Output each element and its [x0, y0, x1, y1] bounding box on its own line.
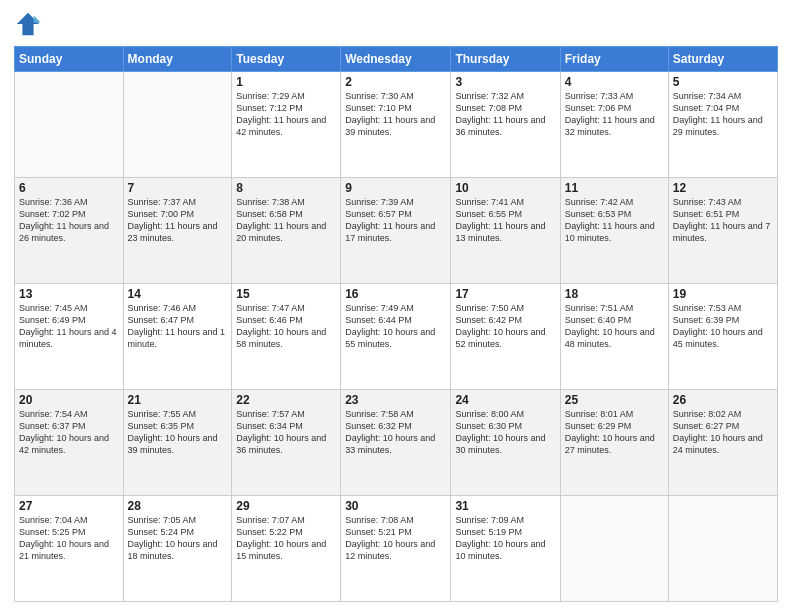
calendar-cell: 22Sunrise: 7:57 AM Sunset: 6:34 PM Dayli… [232, 390, 341, 496]
day-info: Sunrise: 7:36 AM Sunset: 7:02 PM Dayligh… [19, 196, 119, 245]
calendar-cell: 14Sunrise: 7:46 AM Sunset: 6:47 PM Dayli… [123, 284, 232, 390]
day-info: Sunrise: 8:02 AM Sunset: 6:27 PM Dayligh… [673, 408, 773, 457]
day-number: 29 [236, 499, 336, 513]
day-info: Sunrise: 7:42 AM Sunset: 6:53 PM Dayligh… [565, 196, 664, 245]
calendar-cell: 13Sunrise: 7:45 AM Sunset: 6:49 PM Dayli… [15, 284, 124, 390]
calendar-cell [668, 496, 777, 602]
day-info: Sunrise: 7:57 AM Sunset: 6:34 PM Dayligh… [236, 408, 336, 457]
day-number: 2 [345, 75, 446, 89]
day-number: 1 [236, 75, 336, 89]
day-number: 24 [455, 393, 555, 407]
weekday-header-row: SundayMondayTuesdayWednesdayThursdayFrid… [15, 47, 778, 72]
day-info: Sunrise: 7:58 AM Sunset: 6:32 PM Dayligh… [345, 408, 446, 457]
day-number: 5 [673, 75, 773, 89]
day-info: Sunrise: 7:46 AM Sunset: 6:47 PM Dayligh… [128, 302, 228, 351]
calendar-cell: 6Sunrise: 7:36 AM Sunset: 7:02 PM Daylig… [15, 178, 124, 284]
calendar-cell: 3Sunrise: 7:32 AM Sunset: 7:08 PM Daylig… [451, 72, 560, 178]
day-number: 3 [455, 75, 555, 89]
day-number: 11 [565, 181, 664, 195]
day-number: 17 [455, 287, 555, 301]
calendar-cell: 23Sunrise: 7:58 AM Sunset: 6:32 PM Dayli… [341, 390, 451, 496]
calendar-cell: 15Sunrise: 7:47 AM Sunset: 6:46 PM Dayli… [232, 284, 341, 390]
day-info: Sunrise: 8:00 AM Sunset: 6:30 PM Dayligh… [455, 408, 555, 457]
calendar-week-4: 20Sunrise: 7:54 AM Sunset: 6:37 PM Dayli… [15, 390, 778, 496]
day-number: 10 [455, 181, 555, 195]
calendar-week-1: 1Sunrise: 7:29 AM Sunset: 7:12 PM Daylig… [15, 72, 778, 178]
calendar-cell: 2Sunrise: 7:30 AM Sunset: 7:10 PM Daylig… [341, 72, 451, 178]
day-info: Sunrise: 7:07 AM Sunset: 5:22 PM Dayligh… [236, 514, 336, 563]
day-info: Sunrise: 7:04 AM Sunset: 5:25 PM Dayligh… [19, 514, 119, 563]
calendar-cell: 7Sunrise: 7:37 AM Sunset: 7:00 PM Daylig… [123, 178, 232, 284]
day-number: 30 [345, 499, 446, 513]
day-info: Sunrise: 8:01 AM Sunset: 6:29 PM Dayligh… [565, 408, 664, 457]
calendar-cell: 12Sunrise: 7:43 AM Sunset: 6:51 PM Dayli… [668, 178, 777, 284]
calendar-cell: 20Sunrise: 7:54 AM Sunset: 6:37 PM Dayli… [15, 390, 124, 496]
calendar-cell: 24Sunrise: 8:00 AM Sunset: 6:30 PM Dayli… [451, 390, 560, 496]
weekday-header-sunday: Sunday [15, 47, 124, 72]
day-info: Sunrise: 7:49 AM Sunset: 6:44 PM Dayligh… [345, 302, 446, 351]
day-info: Sunrise: 7:37 AM Sunset: 7:00 PM Dayligh… [128, 196, 228, 245]
day-info: Sunrise: 7:29 AM Sunset: 7:12 PM Dayligh… [236, 90, 336, 139]
calendar-week-5: 27Sunrise: 7:04 AM Sunset: 5:25 PM Dayli… [15, 496, 778, 602]
day-number: 22 [236, 393, 336, 407]
day-number: 16 [345, 287, 446, 301]
calendar-week-2: 6Sunrise: 7:36 AM Sunset: 7:02 PM Daylig… [15, 178, 778, 284]
calendar-cell: 31Sunrise: 7:09 AM Sunset: 5:19 PM Dayli… [451, 496, 560, 602]
calendar-cell: 30Sunrise: 7:08 AM Sunset: 5:21 PM Dayli… [341, 496, 451, 602]
calendar-cell: 25Sunrise: 8:01 AM Sunset: 6:29 PM Dayli… [560, 390, 668, 496]
day-info: Sunrise: 7:32 AM Sunset: 7:08 PM Dayligh… [455, 90, 555, 139]
day-info: Sunrise: 7:39 AM Sunset: 6:57 PM Dayligh… [345, 196, 446, 245]
calendar-cell: 27Sunrise: 7:04 AM Sunset: 5:25 PM Dayli… [15, 496, 124, 602]
weekday-header-monday: Monday [123, 47, 232, 72]
day-number: 7 [128, 181, 228, 195]
weekday-header-wednesday: Wednesday [341, 47, 451, 72]
day-info: Sunrise: 7:53 AM Sunset: 6:39 PM Dayligh… [673, 302, 773, 351]
day-info: Sunrise: 7:09 AM Sunset: 5:19 PM Dayligh… [455, 514, 555, 563]
weekday-header-saturday: Saturday [668, 47, 777, 72]
logo-icon [14, 10, 42, 38]
day-info: Sunrise: 7:51 AM Sunset: 6:40 PM Dayligh… [565, 302, 664, 351]
day-number: 12 [673, 181, 773, 195]
day-number: 23 [345, 393, 446, 407]
day-info: Sunrise: 7:33 AM Sunset: 7:06 PM Dayligh… [565, 90, 664, 139]
weekday-header-friday: Friday [560, 47, 668, 72]
day-number: 21 [128, 393, 228, 407]
weekday-header-tuesday: Tuesday [232, 47, 341, 72]
calendar-table: SundayMondayTuesdayWednesdayThursdayFrid… [14, 46, 778, 602]
header [14, 10, 778, 38]
day-number: 9 [345, 181, 446, 195]
calendar-cell: 4Sunrise: 7:33 AM Sunset: 7:06 PM Daylig… [560, 72, 668, 178]
calendar-cell: 8Sunrise: 7:38 AM Sunset: 6:58 PM Daylig… [232, 178, 341, 284]
day-info: Sunrise: 7:55 AM Sunset: 6:35 PM Dayligh… [128, 408, 228, 457]
day-info: Sunrise: 7:45 AM Sunset: 6:49 PM Dayligh… [19, 302, 119, 351]
day-number: 31 [455, 499, 555, 513]
day-number: 25 [565, 393, 664, 407]
day-info: Sunrise: 7:50 AM Sunset: 6:42 PM Dayligh… [455, 302, 555, 351]
calendar-cell: 18Sunrise: 7:51 AM Sunset: 6:40 PM Dayli… [560, 284, 668, 390]
day-number: 28 [128, 499, 228, 513]
day-number: 13 [19, 287, 119, 301]
calendar-cell: 5Sunrise: 7:34 AM Sunset: 7:04 PM Daylig… [668, 72, 777, 178]
day-number: 15 [236, 287, 336, 301]
day-number: 26 [673, 393, 773, 407]
day-number: 8 [236, 181, 336, 195]
calendar-cell: 21Sunrise: 7:55 AM Sunset: 6:35 PM Dayli… [123, 390, 232, 496]
day-info: Sunrise: 7:30 AM Sunset: 7:10 PM Dayligh… [345, 90, 446, 139]
day-info: Sunrise: 7:43 AM Sunset: 6:51 PM Dayligh… [673, 196, 773, 245]
calendar-cell: 26Sunrise: 8:02 AM Sunset: 6:27 PM Dayli… [668, 390, 777, 496]
calendar-week-3: 13Sunrise: 7:45 AM Sunset: 6:49 PM Dayli… [15, 284, 778, 390]
day-info: Sunrise: 7:34 AM Sunset: 7:04 PM Dayligh… [673, 90, 773, 139]
day-info: Sunrise: 7:38 AM Sunset: 6:58 PM Dayligh… [236, 196, 336, 245]
day-info: Sunrise: 7:41 AM Sunset: 6:55 PM Dayligh… [455, 196, 555, 245]
logo [14, 10, 46, 38]
calendar-cell: 28Sunrise: 7:05 AM Sunset: 5:24 PM Dayli… [123, 496, 232, 602]
calendar-cell [15, 72, 124, 178]
calendar-cell: 1Sunrise: 7:29 AM Sunset: 7:12 PM Daylig… [232, 72, 341, 178]
day-number: 4 [565, 75, 664, 89]
calendar-cell: 11Sunrise: 7:42 AM Sunset: 6:53 PM Dayli… [560, 178, 668, 284]
calendar-cell: 19Sunrise: 7:53 AM Sunset: 6:39 PM Dayli… [668, 284, 777, 390]
calendar-cell: 9Sunrise: 7:39 AM Sunset: 6:57 PM Daylig… [341, 178, 451, 284]
day-number: 14 [128, 287, 228, 301]
calendar-cell [123, 72, 232, 178]
day-info: Sunrise: 7:54 AM Sunset: 6:37 PM Dayligh… [19, 408, 119, 457]
